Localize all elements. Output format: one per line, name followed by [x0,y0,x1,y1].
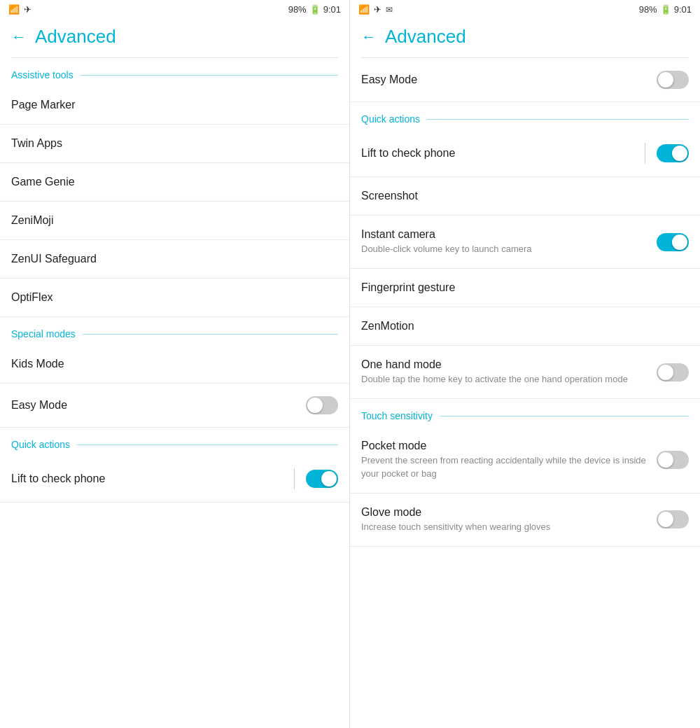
zenmotion-label: ZenMotion [361,320,414,332]
right-lift-to-check-knob [672,146,687,161]
left-time: 9:01 [323,4,341,15]
list-item-zenui-safeguard[interactable]: ZenUI Safeguard [0,240,349,279]
left-status-right: 98% 🔋 9:01 [288,4,341,15]
right-battery-icon: 🔋 [660,4,671,15]
right-list-item-zenmotion[interactable]: ZenMotion [350,307,700,346]
one-hand-knob [658,365,673,380]
easy-mode-toggle[interactable] [306,396,338,414]
right-list-item-glove-mode[interactable]: Glove mode Increase touch sensitivity wh… [350,493,700,547]
right-list-item-lift-to-check[interactable]: Lift to check phone [350,130,700,177]
easy-mode-knob [307,398,323,413]
list-item-page-marker[interactable]: Page Marker [0,86,349,125]
right-easy-mode-label: Easy Mode [361,74,657,86]
fingerprint-label: Fingerprint gesture [361,281,455,294]
list-item-game-genie[interactable]: Game Genie [0,163,349,202]
twin-apps-label: Twin Apps [11,137,62,150]
right-list-item-easy-mode[interactable]: Easy Mode [350,58,700,102]
right-lift-to-check-label: Lift to check phone [361,147,634,160]
instant-camera-toggle[interactable] [657,233,689,251]
right-lift-vertical-divider [645,143,645,164]
zenui-safeguard-label: ZenUI Safeguard [11,253,97,265]
glove-mode-toggle[interactable] [657,510,689,528]
right-wifi-icon: 📶 [358,4,370,15]
list-item-zenimoji[interactable]: ZeniMoji [0,202,349,240]
left-back-button[interactable]: ← [11,28,27,46]
glove-mode-label: Glove mode [361,506,648,519]
glove-mode-content: Glove mode Increase touch sensitivity wh… [361,506,648,533]
right-easy-mode-knob [658,72,673,88]
one-hand-subtitle: Double tap the home key to activate the … [361,373,648,386]
pocket-mode-content: Pocket mode Prevent the screen from reac… [361,440,648,479]
right-battery-percent: 98% [639,4,657,15]
right-list-item-pocket-mode[interactable]: Pocket mode Prevent the screen from reac… [350,427,700,493]
pocket-mode-knob [658,452,673,468]
glove-mode-knob [658,512,673,527]
pocket-mode-toggle[interactable] [657,451,689,469]
left-battery-icon: 🔋 [309,4,321,15]
one-hand-toggle[interactable] [657,363,689,382]
left-header-title: Advanced [35,26,116,48]
wifi-icon: 📶 [8,4,20,15]
list-item-easy-mode[interactable]: Easy Mode [0,384,349,428]
right-section-quick-actions: Quick actions [350,102,700,130]
right-time: 9:01 [674,4,692,15]
instant-camera-content: Instant camera Double-click volume key t… [361,228,657,255]
right-status-bar: 📶 ✈ ✉ 98% 🔋 9:01 [350,0,700,19]
left-screen: 📶 ✈ 98% 🔋 9:01 ← Advanced Assistive tool… [0,0,350,728]
instant-camera-label: Instant camera [361,228,657,241]
right-list-item-fingerprint[interactable]: Fingerprint gesture [350,269,700,307]
one-hand-label: One hand mode [361,358,648,371]
lift-to-check-divider [294,468,295,489]
right-easy-mode-content: Easy Mode [361,74,657,86]
right-back-button[interactable]: ← [361,28,377,46]
zenimoji-label: ZeniMoji [11,214,53,227]
pocket-mode-label: Pocket mode [361,440,648,452]
glove-mode-subtitle: Increase touch sensitivity when wearing … [361,521,648,533]
right-list-item-instant-camera[interactable]: Instant camera Double-click volume key t… [350,216,700,269]
screenshot-label: Screenshot [361,190,418,202]
instant-camera-knob [672,234,687,250]
left-header: ← Advanced [0,19,349,57]
section-touch-sensitivity: Touch sensitivity [350,399,700,427]
kids-mode-label: Kids Mode [11,358,64,370]
right-easy-mode-toggle[interactable] [657,71,689,89]
left-content[interactable]: Assistive tools Page Marker Twin Apps Ga… [0,58,349,728]
page-marker-label: Page Marker [11,99,76,111]
right-list-item-one-hand[interactable]: One hand mode Double tap the home key to… [350,346,700,399]
left-status-icons: 📶 ✈ [8,4,31,15]
left-battery-percent: 98% [288,4,307,15]
right-lift-to-check-toggle[interactable] [657,144,689,162]
lift-to-check-label: Lift to check phone [11,472,283,485]
right-airplane-icon: ✈ [374,4,382,15]
pocket-mode-subtitle: Prevent the screen from reacting acciden… [361,454,648,479]
screens-container: 📶 ✈ 98% 🔋 9:01 ← Advanced Assistive tool… [0,0,700,728]
easy-mode-content: Easy Mode [11,399,306,412]
right-status-icons: 📶 ✈ ✉ [358,4,393,15]
section-quick-actions: Quick actions [0,428,349,456]
optiflex-label: OptiFlex [11,291,53,304]
easy-mode-label: Easy Mode [11,399,306,412]
instant-camera-subtitle: Double-click volume key to launch camera [361,243,657,255]
right-status-right: 98% 🔋 9:01 [639,4,692,15]
one-hand-content: One hand mode Double tap the home key to… [361,358,648,386]
right-list-item-screenshot[interactable]: Screenshot [350,177,700,216]
game-genie-label: Game Genie [11,176,75,188]
list-item-lift-to-check[interactable]: Lift to check phone [0,456,349,503]
right-mail-icon: ✉ [386,5,393,15]
right-header-title: Advanced [385,26,466,48]
airplane-icon: ✈ [24,4,31,15]
right-screen: 📶 ✈ ✉ 98% 🔋 9:01 ← Advanced Easy Mode [350,0,700,728]
lift-to-check-toggle[interactable] [306,470,338,488]
left-status-bar: 📶 ✈ 98% 🔋 9:01 [0,0,349,19]
list-item-kids-mode[interactable]: Kids Mode [0,345,349,384]
right-content[interactable]: Easy Mode Quick actions Lift to check ph… [350,58,700,728]
list-item-twin-apps[interactable]: Twin Apps [0,125,349,163]
lift-to-check-knob [321,471,337,486]
list-item-optiflex[interactable]: OptiFlex [0,279,349,317]
section-special-modes: Special modes [0,317,349,345]
section-assistive-tools: Assistive tools [0,58,349,86]
right-header: ← Advanced [350,19,700,57]
